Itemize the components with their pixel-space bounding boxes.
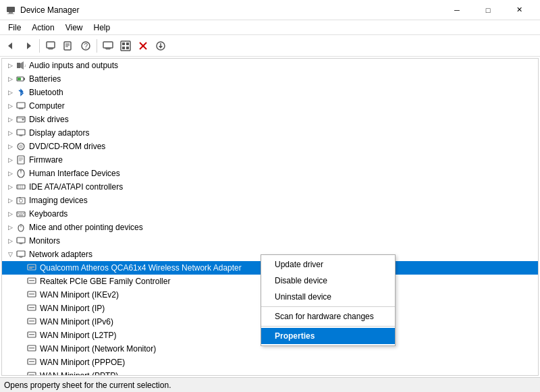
svg-rect-46 bbox=[18, 156, 24, 164]
window-title: Device Manager bbox=[20, 5, 441, 15]
svg-rect-73 bbox=[19, 256, 23, 257]
expand-disk[interactable]: ▷ bbox=[5, 114, 16, 125]
svg-rect-70 bbox=[19, 243, 23, 244]
context-separator-2 bbox=[261, 326, 395, 327]
expand-ide[interactable]: ▷ bbox=[5, 181, 16, 192]
expand-computer[interactable]: ▷ bbox=[5, 101, 16, 111]
device-tree[interactable]: ▷ ♪ Audio inputs and outputs ▷ Batteries… bbox=[1, 58, 539, 376]
label-wan-nm: WAN Miniport (Network Monitor) bbox=[40, 344, 156, 354]
icon-bluetooth bbox=[16, 87, 26, 98]
label-hid: Human Interface Devices bbox=[29, 169, 120, 178]
svg-rect-5 bbox=[47, 42, 55, 48]
tree-item-batteries[interactable]: ▷ Batteries bbox=[2, 72, 538, 86]
tree-item-computer[interactable]: ▷ Computer bbox=[2, 99, 538, 113]
icon-keyboards bbox=[16, 208, 26, 219]
maximize-button[interactable]: □ bbox=[473, 0, 504, 20]
uninstall-button[interactable] bbox=[135, 38, 151, 54]
context-disable-device[interactable]: Disable device bbox=[261, 273, 395, 289]
icon-qualcomm bbox=[26, 262, 37, 273]
tree-item-hid[interactable]: ▷ Human Interface Devices bbox=[2, 167, 538, 180]
svg-point-68 bbox=[20, 224, 22, 225]
label-wan-pppoe: WAN Miniport (PPPOE) bbox=[40, 358, 125, 367]
forward-button[interactable] bbox=[20, 38, 36, 54]
expand-dvd[interactable]: ▷ bbox=[5, 141, 16, 152]
menu-action[interactable]: Action bbox=[26, 22, 59, 34]
svg-rect-8 bbox=[64, 42, 71, 50]
svg-rect-35 bbox=[18, 108, 24, 109]
label-audio: Audio inputs and outputs bbox=[29, 61, 118, 70]
context-uninstall-device[interactable]: Uninstall device bbox=[261, 289, 395, 305]
tree-item-wan-pppoe[interactable]: WAN Miniport (PPPOE) bbox=[2, 356, 538, 369]
label-keyboards: Keyboards bbox=[29, 209, 68, 219]
tree-item-bluetooth[interactable]: ▷ Bluetooth bbox=[2, 86, 538, 99]
svg-text:?: ? bbox=[84, 43, 88, 50]
expand-keyboards[interactable]: ▷ bbox=[5, 208, 16, 219]
minimize-button[interactable]: ─ bbox=[441, 0, 473, 20]
svg-rect-7 bbox=[49, 49, 53, 49]
icon-network bbox=[16, 249, 26, 260]
expand-audio[interactable]: ▷ bbox=[5, 60, 16, 71]
menu-view[interactable]: View bbox=[60, 22, 88, 34]
expand-hid[interactable]: ▷ bbox=[5, 168, 16, 179]
icon-mice bbox=[16, 222, 26, 233]
expand-display[interactable]: ▷ bbox=[5, 128, 16, 138]
svg-rect-65 bbox=[19, 215, 24, 216]
menu-help[interactable]: Help bbox=[88, 22, 116, 34]
label-monitors: Monitors bbox=[29, 236, 60, 246]
expand-imaging[interactable]: ▷ bbox=[5, 195, 16, 206]
svg-rect-74 bbox=[20, 257, 22, 258]
expand-mice[interactable]: ▷ bbox=[5, 222, 16, 233]
update-button[interactable] bbox=[60, 38, 76, 54]
svg-marker-26 bbox=[159, 46, 163, 49]
svg-rect-20 bbox=[122, 47, 125, 49]
tree-item-display[interactable]: ▷ Display adaptors bbox=[2, 126, 538, 140]
menu-file[interactable]: File bbox=[3, 22, 26, 34]
label-wan-ipv6: WAN Miniport (IPv6) bbox=[40, 317, 113, 327]
expand-firmware[interactable]: ▷ bbox=[5, 155, 16, 165]
context-update-driver[interactable]: Update driver bbox=[261, 256, 395, 273]
computer-button[interactable] bbox=[100, 38, 116, 54]
back-button[interactable] bbox=[3, 38, 19, 54]
tree-item-dvd[interactable]: ▷ DVD/CD-ROM drives bbox=[2, 140, 538, 153]
tree-item-imaging[interactable]: ▷ Imaging devices bbox=[2, 194, 538, 207]
scan-button[interactable] bbox=[117, 38, 134, 54]
svg-point-43 bbox=[18, 143, 24, 150]
expand-batteries[interactable]: ▷ bbox=[5, 74, 16, 84]
context-scan-hardware[interactable]: Scan for hardware changes bbox=[261, 308, 395, 325]
tree-item-wan-pptp[interactable]: WAN Miniport (PPTP) bbox=[2, 369, 538, 376]
icon-dvd bbox=[16, 141, 26, 152]
download-button[interactable] bbox=[153, 38, 169, 54]
label-ide: IDE ATA/ATAPI controllers bbox=[29, 182, 123, 192]
tree-item-disk[interactable]: ▷ Disk drives bbox=[2, 113, 538, 126]
properties-button[interactable] bbox=[43, 38, 59, 54]
svg-rect-64 bbox=[23, 213, 24, 215]
svg-rect-79 bbox=[29, 280, 34, 281]
tree-item-keyboards[interactable]: ▷ Keyboards bbox=[2, 207, 538, 221]
svg-marker-3 bbox=[8, 43, 12, 49]
expand-monitors[interactable]: ▷ bbox=[5, 235, 16, 246]
label-wan-pptp: WAN Miniport (PPTP) bbox=[40, 371, 118, 376]
expand-network[interactable]: ▽ bbox=[5, 249, 16, 260]
svg-rect-57 bbox=[17, 198, 25, 204]
svg-rect-42 bbox=[20, 136, 22, 136]
svg-rect-34 bbox=[17, 103, 25, 108]
tree-item-mice[interactable]: ▷ Mice and other pointing devices bbox=[2, 221, 538, 234]
close-button[interactable]: ✕ bbox=[504, 0, 535, 20]
expand-bluetooth[interactable]: ▷ bbox=[5, 87, 16, 98]
icon-disk bbox=[16, 114, 26, 125]
tree-item-audio[interactable]: ▷ ♪ Audio inputs and outputs bbox=[2, 59, 538, 72]
main-content: ▷ ♪ Audio inputs and outputs ▷ Batteries… bbox=[0, 57, 540, 377]
tree-item-firmware[interactable]: ▷ Firmware bbox=[2, 153, 538, 167]
label-dvd: DVD/CD-ROM drives bbox=[29, 142, 105, 151]
label-display: Display adaptors bbox=[29, 128, 89, 138]
svg-rect-19 bbox=[126, 43, 129, 45]
status-text: Opens property sheet for the current sel… bbox=[4, 381, 171, 390]
icon-firmware bbox=[16, 155, 26, 165]
svg-rect-91 bbox=[29, 361, 34, 362]
context-properties[interactable]: Properties bbox=[261, 328, 395, 344]
icon-monitors bbox=[16, 235, 26, 246]
tree-item-ide[interactable]: ▷ IDE ATA/ATAPI controllers bbox=[2, 180, 538, 194]
app-icon bbox=[5, 5, 16, 16]
help-button[interactable]: ? bbox=[78, 38, 94, 54]
tree-item-monitors[interactable]: ▷ Monitors bbox=[2, 234, 538, 248]
